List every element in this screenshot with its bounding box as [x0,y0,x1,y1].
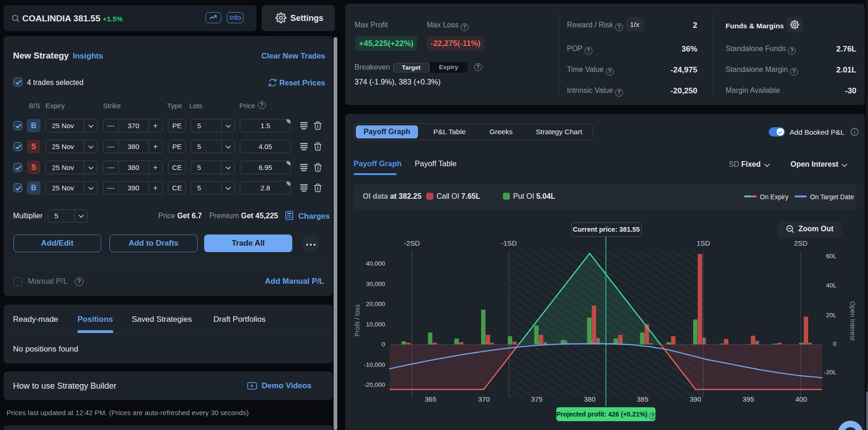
svg-text:365: 365 [424,395,436,403]
svg-text:Open Interest: Open Interest [849,301,856,341]
svg-text:-2SD: -2SD [404,239,420,247]
svg-text:395: 395 [742,395,754,403]
svg-text:375: 375 [531,395,542,403]
svg-text:-20L: -20L [824,369,837,376]
svg-text:0: 0 [381,341,385,348]
svg-text:60L: 60L [826,253,836,260]
svg-text:40L: 40L [826,282,836,289]
svg-text:370: 370 [478,395,489,403]
svg-text:-20,000: -20,000 [364,381,385,388]
svg-text:40,000: 40,000 [366,260,385,267]
svg-text:1SD: 1SD [696,239,710,247]
svg-text:0: 0 [833,340,836,347]
svg-text:2SD: 2SD [794,239,807,247]
svg-text:-1SD: -1SD [501,239,517,247]
svg-text:380: 380 [584,395,595,403]
svg-text:20,000: 20,000 [366,300,385,307]
svg-text:385: 385 [637,395,648,403]
svg-text:10,000: 10,000 [366,321,385,328]
svg-text:30,000: 30,000 [366,280,385,287]
svg-text:400: 400 [795,395,807,403]
svg-text:390: 390 [689,395,701,403]
svg-text:20L: 20L [826,312,836,319]
svg-text:-10,000: -10,000 [364,361,385,368]
svg-text:Profit / loss: Profit / loss [354,304,361,336]
